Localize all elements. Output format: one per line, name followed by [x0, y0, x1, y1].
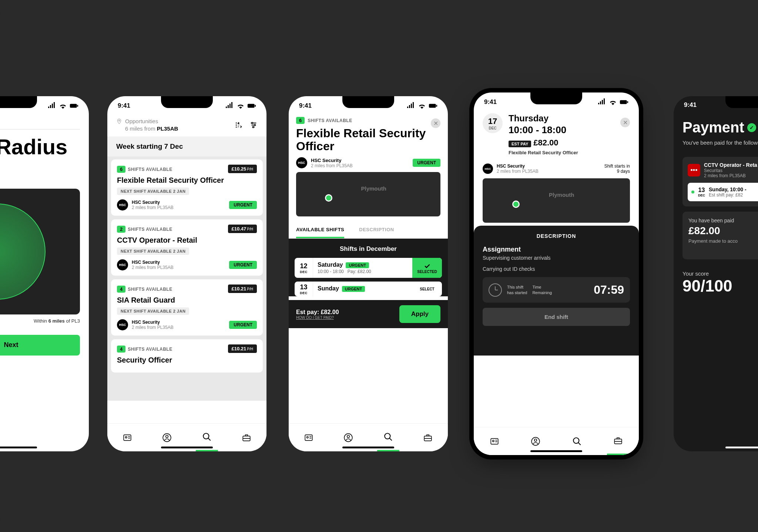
pay-amount: £82.00 [533, 138, 558, 147]
shift-row[interactable]: 12DEC SaturdayURGENT 10:00 - 18:00 Pay: … [295, 258, 442, 278]
tab-id[interactable] [298, 424, 320, 451]
paid-note: Payment made to acco [688, 238, 758, 244]
company-name: HSC Security [132, 260, 174, 265]
job-card[interactable]: 4SHIFTS AVAILABLE £10.21P/H Security Off… [111, 339, 263, 373]
home-indicator[interactable] [725, 447, 758, 448]
job-title: Flexible Retail Security Officer [117, 176, 257, 185]
wifi-icon [58, 101, 67, 110]
score-value: 90/100 [682, 277, 758, 295]
shifts-section: Shifts in December 12DEC SaturdayURGENT … [289, 239, 448, 296]
shift-count: 2 [117, 226, 125, 233]
svg-point-12 [166, 435, 168, 438]
company-logo: HSC [117, 259, 128, 270]
payment-card[interactable]: ••• CCTV Operator - Reta Securitas 2 mil… [682, 157, 758, 206]
shift-row[interactable]: 13DEC SundayURGENT SELECT [295, 282, 442, 296]
screen-shift-detail: 9:41 ✕ 17 DEC Thursday 10:00 - 18:00 EST… [474, 92, 639, 455]
tab-briefcase[interactable] [607, 427, 629, 455]
tab-description[interactable]: DESCRIPTION [359, 227, 394, 238]
close-button[interactable]: ✕ [431, 118, 440, 128]
week-heading: Week starting 7 Dec [107, 137, 266, 156]
notch [161, 96, 213, 108]
notch [725, 96, 758, 108]
shift-name: Sunday, 10:00 - [709, 186, 747, 192]
job-title: Security Officer [117, 356, 257, 364]
date-cell: 12DEC [295, 258, 313, 278]
shift-time: 10:00 - 18:00 [509, 124, 578, 136]
company-dist: 2 miles from PL35AB [497, 169, 539, 174]
shift-count: 4 [117, 286, 125, 293]
pin-icon [116, 118, 122, 124]
map-city: Plymouth [361, 185, 386, 192]
map[interactable]: Plymouth [296, 172, 440, 216]
next-shift-badge: NEXT SHIFT AVAILABLE 2 JAN [117, 307, 189, 315]
tab-briefcase[interactable] [235, 424, 258, 451]
timer-value: 07:59 [594, 283, 624, 297]
tab-briefcase[interactable] [417, 424, 439, 451]
page-title: Shift Radius [0, 136, 80, 158]
home-indicator[interactable] [342, 447, 394, 448]
battery-icon [429, 101, 437, 110]
map-pin [325, 194, 332, 202]
svg-point-20 [347, 435, 350, 438]
day-name: Saturday [318, 262, 343, 268]
job-card[interactable]: 2SHIFTS AVAILABLE £10.47P/H CCTV Operato… [111, 219, 263, 276]
company-logo: HSC [483, 164, 493, 174]
day-name: Sunday [318, 285, 339, 292]
timer-label-remaining: TimeRemaining [532, 284, 552, 295]
home-indicator[interactable] [530, 450, 582, 452]
date-badge: 17 DEC [483, 113, 503, 133]
next-shift-badge: NEXT SHIFT AVAILABLE 2 JAN [117, 188, 189, 195]
subtitle: You've been paid for the following shift… [682, 139, 758, 146]
filter-icon[interactable] [249, 121, 258, 129]
shift-count: 6 [117, 166, 125, 173]
price-badge: £10.21P/H [228, 344, 257, 353]
job-title: SIA Retail Guard [117, 296, 257, 304]
description-panel: DESCRIPTION Assignment Supervising custo… [474, 226, 639, 356]
job-card[interactable]: 4SHIFTS AVAILABLE £10.21P/H SIA Retail G… [111, 279, 263, 336]
end-shift-button[interactable]: End shift [483, 308, 630, 326]
close-button[interactable]: ✕ [620, 118, 630, 127]
header-text: Opportunities 6 miles from PL35AB [125, 118, 178, 132]
next-button[interactable]: Next [0, 335, 80, 356]
urgent-badge: URGENT [342, 286, 365, 292]
top-label: OR SHIFT WORK [0, 120, 80, 125]
pay-link[interactable]: HOW DO I GET PAID? [296, 316, 339, 320]
score-label: Your score [682, 270, 758, 277]
assignment-line-2: Carrying out ID checks [483, 266, 630, 272]
timer-box: This shifthas started TimeRemaining 07:5… [483, 277, 630, 303]
svg-rect-2 [248, 104, 255, 108]
screen-opportunities: 9:41 Opportunities 6 miles from PL35AB A… [107, 96, 266, 451]
svg-rect-25 [491, 438, 498, 444]
apply-button[interactable]: Apply [399, 305, 440, 323]
job-list[interactable]: 6SHIFTS AVAILABLE £10.25P/H Flexible Ret… [107, 156, 266, 401]
company-dist: 2 miles from PL35AB [132, 205, 174, 210]
tab-id[interactable] [116, 424, 138, 451]
status-time: 9:41 [118, 102, 130, 110]
select-cell[interactable]: SELECT [412, 282, 442, 296]
tab-available-shifts[interactable]: AVAILABLE SHIFTS [296, 227, 344, 238]
signal-icon [47, 101, 56, 110]
tab-id[interactable] [483, 427, 506, 455]
home-indicator[interactable] [0, 447, 37, 448]
company-logo: HSC [117, 319, 128, 330]
tabs: AVAILABLE SHIFTS DESCRIPTION [289, 220, 448, 239]
home-indicator[interactable] [161, 447, 213, 448]
timer-label-started: This shifthas started [507, 284, 527, 295]
map[interactable]: Plymouth [483, 178, 630, 223]
screen-job-detail: 9:41 ✕ 6 SHIFTS AVAILABLE Flexible Retai… [289, 96, 448, 451]
svg-text:A: A [238, 121, 239, 125]
svg-point-21 [385, 433, 390, 439]
sort-icon[interactable]: AZ [235, 121, 243, 129]
radius-map[interactable] [0, 189, 80, 314]
shifts-label: SHIFTS AVAILABLE [308, 118, 352, 123]
company-dist: 2 miles from PL35AB [132, 265, 174, 270]
battery-icon [620, 98, 628, 107]
company-name: HSC Security [132, 320, 174, 325]
job-card[interactable]: 6SHIFTS AVAILABLE £10.25P/H Flexible Ret… [111, 159, 263, 216]
price-badge: £10.47P/H [228, 225, 257, 233]
view-pay-link[interactable]: VIEW MY PAY [688, 249, 758, 253]
svg-point-29 [573, 438, 579, 443]
select-cell[interactable]: SELECTED [412, 258, 442, 278]
price-badge: £10.21P/H [228, 284, 257, 293]
svg-point-28 [534, 439, 537, 441]
